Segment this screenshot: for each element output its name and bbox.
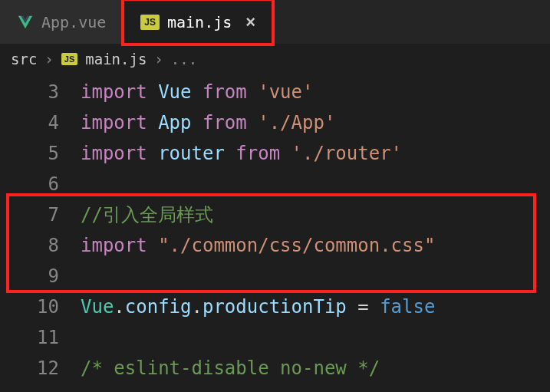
vue-icon — [17, 14, 34, 31]
line-content: //引入全局样式 — [81, 199, 550, 230]
close-icon[interactable]: × — [245, 12, 255, 32]
code-editor[interactable]: 3 import Vue from 'vue' 4 import App fro… — [0, 74, 550, 384]
line-content: import App from './App' — [81, 107, 550, 138]
line-number: 12 — [0, 353, 81, 384]
line-content: Vue.config.productionTip = false — [81, 292, 550, 322]
tab-label: App.vue — [41, 13, 106, 31]
chevron-right-icon: › — [44, 51, 53, 68]
line-number: 10 — [0, 292, 81, 322]
line-number: 4 — [0, 107, 81, 138]
js-icon: JS — [140, 15, 160, 30]
editor-tabs: App.vue JS main.js × — [0, 0, 550, 44]
code-line: 6 — [0, 169, 550, 199]
breadcrumb: src › JS main.js › ... — [0, 44, 550, 74]
breadcrumb-file[interactable]: main.js — [85, 51, 147, 68]
line-number: 9 — [0, 261, 81, 292]
line-number: 8 — [0, 230, 81, 261]
code-line: 12 /* eslint-disable no-new */ — [0, 353, 550, 384]
code-line: 4 import App from './App' — [0, 107, 550, 138]
code-line: 8 import "./common/css/common.css" — [0, 230, 550, 261]
line-number: 5 — [0, 138, 81, 169]
chevron-right-icon: › — [154, 51, 163, 68]
line-content — [81, 169, 550, 199]
line-number: 3 — [0, 77, 81, 107]
tab-main-js[interactable]: JS main.js × — [124, 0, 273, 44]
line-content: import Vue from 'vue' — [81, 77, 550, 107]
code-line: 10 Vue.config.productionTip = false — [0, 292, 550, 322]
js-icon: JS — [61, 53, 77, 65]
code-line: 5 import router from './router' — [0, 138, 550, 169]
code-line: 7 //引入全局样式 — [0, 199, 550, 230]
line-content: import "./common/css/common.css" — [81, 230, 550, 261]
code-line: 11 — [0, 322, 550, 353]
breadcrumb-symbol[interactable]: ... — [171, 51, 197, 68]
line-number: 7 — [0, 199, 81, 230]
line-content — [81, 261, 550, 292]
line-number: 6 — [0, 169, 81, 199]
tab-label: main.js — [167, 13, 232, 31]
line-content — [81, 322, 550, 353]
code-line: 9 — [0, 261, 550, 292]
code-line: 3 import Vue from 'vue' — [0, 77, 550, 107]
breadcrumb-folder[interactable]: src — [11, 51, 37, 68]
line-number: 11 — [0, 322, 81, 353]
tab-app-vue[interactable]: App.vue — [0, 0, 124, 44]
line-content: /* eslint-disable no-new */ — [81, 353, 550, 384]
line-content: import router from './router' — [81, 138, 550, 169]
